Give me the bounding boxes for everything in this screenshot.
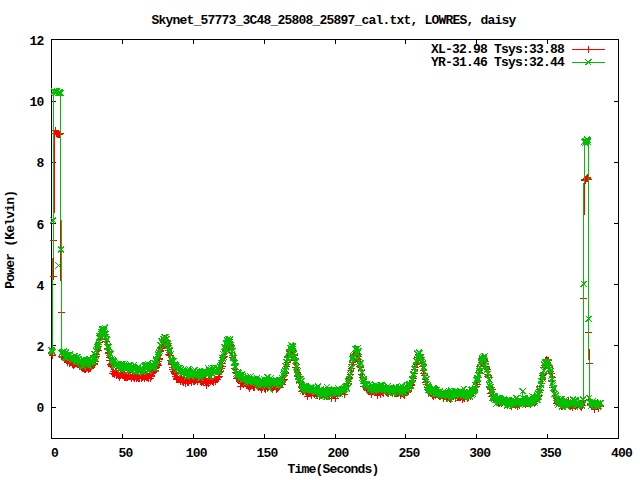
- svg-text:0: 0: [51, 446, 59, 461]
- svg-text:8: 8: [36, 156, 44, 171]
- svg-text:2: 2: [36, 340, 44, 355]
- svg-text:Time(Seconds): Time(Seconds): [287, 462, 378, 477]
- svg-text:12: 12: [29, 34, 44, 49]
- svg-text:400: 400: [611, 446, 633, 461]
- svg-text:300: 300: [469, 446, 491, 461]
- svg-text:0: 0: [36, 401, 44, 416]
- svg-text:YR-31.46 Tsys:32.44: YR-31.46 Tsys:32.44: [431, 55, 565, 70]
- svg-text:200: 200: [327, 446, 349, 461]
- svg-text:10: 10: [29, 95, 44, 110]
- svg-text:50: 50: [118, 446, 133, 461]
- svg-text:6: 6: [36, 218, 44, 233]
- svg-text:Power (Kelvin): Power (Kelvin): [4, 191, 19, 289]
- svg-text:150: 150: [257, 446, 279, 461]
- svg-text:350: 350: [540, 446, 562, 461]
- svg-text:4: 4: [36, 279, 44, 294]
- svg-text:100: 100: [186, 446, 208, 461]
- svg-text:Skynet_57773_3C48_25808_25897_: Skynet_57773_3C48_25808_25897_cal.txt, L…: [151, 13, 516, 28]
- svg-text:250: 250: [398, 446, 420, 461]
